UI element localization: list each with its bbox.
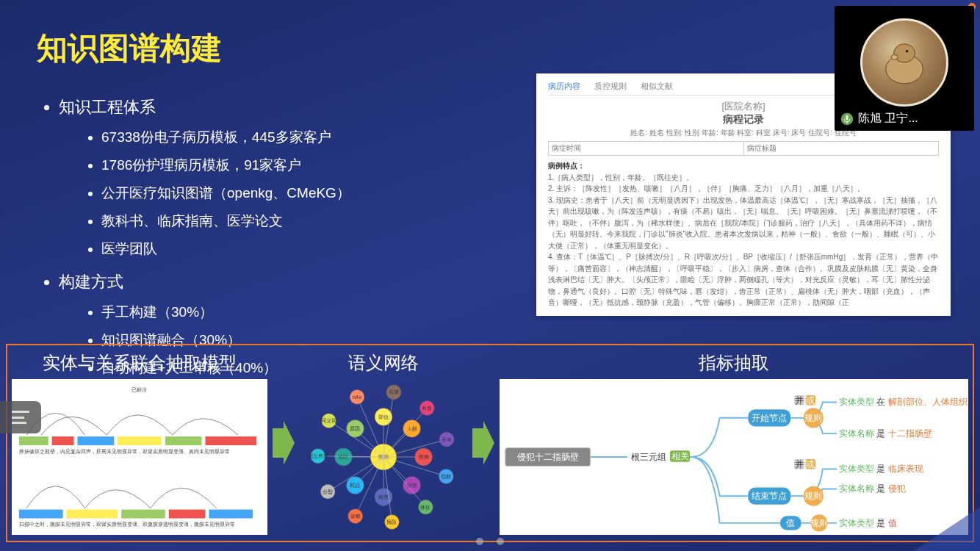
svg-text:相互作用: 相互作用 [308, 453, 328, 458]
panel-semantic-network: 语义网络 疾病疾病症状检查药品治疗原因部位人群传播并发手术指标体征预防诊断分型相… [295, 345, 472, 541]
menu-icon [12, 411, 29, 424]
svg-rect-8 [67, 510, 118, 519]
svg-text:手术: 手术 [442, 437, 452, 442]
nav-dot[interactable] [476, 538, 483, 545]
arrow-icon [472, 345, 495, 541]
svg-text:侵犯十二指肠壁: 侵犯十二指肠壁 [517, 452, 579, 461]
svg-marker-74 [472, 421, 494, 465]
bullet-outline: 知识工程体系 67338份电子病历模板，445多家客户 1786份护理病历模板，… [37, 92, 492, 386]
svg-text:开始节点: 开始节点 [752, 413, 787, 422]
svg-text:同义词: 同义词 [321, 418, 336, 424]
pipeline-box: 实体与关系联合抽取模型 肿块破坏之前壁，内见复杂回声，肝周未见明显异常，双肾实质… [6, 344, 974, 542]
speaker-caption: 陈旭 卫宁... [835, 107, 974, 131]
svg-text:部位: 部位 [378, 414, 389, 419]
svg-text:诊断: 诊断 [350, 514, 361, 519]
svg-rect-1 [52, 436, 74, 445]
duck-icon [871, 29, 937, 96]
svg-text:药品: 药品 [350, 483, 360, 488]
panel-indicator-extraction: 指标抽取 侵犯十二指肠壁 根三元组 [495, 345, 973, 541]
svg-text:或: 或 [806, 395, 815, 405]
doc-body: 病例特点： 1.［病人类型］，性别，年龄。［既往史］。 2. 主诉：［阵发性］［… [548, 160, 939, 309]
svg-text:并: 并 [795, 395, 804, 405]
svg-text:治疗: 治疗 [338, 455, 348, 460]
svg-rect-0 [19, 436, 48, 445]
bullet-l2: 公开医疗知识图谱（openkg、CMeKG） [101, 180, 492, 206]
svg-text:结束节点: 结束节点 [752, 491, 787, 500]
bullet-l2: 1786份护理病历模板，91家客户 [101, 152, 492, 179]
avatar [860, 18, 948, 107]
svg-rect-109 [846, 115, 849, 120]
doc-tab: 质控规则 [594, 82, 627, 90]
svg-text:实体类型 是 临床表现: 实体类型 是 临床表现 [839, 464, 923, 473]
svg-text:检查: 检查 [378, 494, 389, 500]
bullet-l1: 知识工程体系 67338份电子病历模板，445多家客户 1786份护理病历模板，… [59, 92, 492, 262]
svg-rect-10 [169, 510, 206, 519]
svg-text:规则: 规则 [804, 491, 822, 500]
svg-point-106 [894, 43, 915, 62]
doc-table: 病症时间病症标题 [548, 141, 939, 156]
bullet-l2: 67338份电子病历模板，445多家客户 [101, 124, 492, 151]
svg-text:并: 并 [795, 459, 804, 469]
svg-text:疾病: 疾病 [419, 455, 429, 460]
svg-text:根三元组: 根三元组 [631, 452, 666, 461]
svg-text:指标: 指标 [440, 474, 451, 479]
corner-accent [914, 507, 980, 551]
svg-rect-4 [165, 436, 202, 445]
svg-rect-11 [209, 510, 253, 519]
svg-text:相关: 相关 [671, 451, 689, 461]
svg-point-107 [906, 49, 909, 52]
doc-paragraph: 2. 主诉：［阵发性］［发热、咳嗽］［八月］，［伴］［胸痛、乏力］［八月］，加重… [548, 183, 939, 195]
doc-tab: 相似文献 [641, 82, 673, 90]
panel-title: 指标抽取 [699, 351, 769, 375]
svg-text:预防: 预防 [386, 519, 397, 525]
doc-section-title: 病例特点： [548, 160, 939, 172]
svg-text:实体类型 是 值: 实体类型 是 值 [839, 518, 896, 527]
panel-entity-extraction: 实体与关系联合抽取模型 肿块破坏之前壁，内见复杂回声，肝周未见明显异常，双肾实质… [7, 345, 272, 541]
speaker-video: 陈旭 卫宁... [835, 6, 974, 131]
nav-dots[interactable] [476, 538, 504, 545]
svg-text:肿块破坏之前壁，内见复杂回声，肝周未见明显异常，双肾实质明显: 肿块破坏之前壁，内见复杂回声，肝周未见明显异常，双肾实质明显变薄、其间未见明显异… [19, 449, 230, 455]
nav-dot[interactable] [497, 538, 504, 545]
svg-text:症状: 症状 [407, 483, 417, 488]
svg-rect-7 [19, 510, 63, 519]
svg-text:体征: 体征 [420, 505, 430, 510]
panel-image: 疾病疾病症状检查药品治疗原因部位人群传播并发手术指标体征预防诊断分型相互作用同义… [300, 379, 467, 535]
bullet-l2: 医学团队 [101, 236, 492, 262]
svg-text:已标注: 已标注 [132, 387, 148, 392]
panel-title: 实体与关系联合抽取模型 [43, 351, 237, 375]
panel-image: 肿块破坏之前壁，内见复杂回声，肝周未见明显异常，双肾实质明显变薄、其间未见明显异… [12, 379, 267, 535]
doc-paragraph: 4. 查体：T［体温℃］、P［脉搏次/分］、R［呼吸次/分］、BP［收缩压］/［… [548, 251, 939, 309]
bullet-l2: 手工构建（30%） [101, 299, 492, 325]
arrow-icon [272, 345, 295, 541]
svg-text:规则: 规则 [810, 518, 828, 527]
svg-text:规则: 规则 [804, 413, 822, 422]
outline-menu-button[interactable] [0, 401, 41, 433]
svg-text:实体名称 是 侵犯: 实体名称 是 侵犯 [839, 483, 905, 493]
svg-text:原因: 原因 [350, 426, 360, 431]
semantic-network-svg: 疾病疾病症状检查药品治疗原因部位人群传播并发手术指标体征预防诊断分型相互作用同义… [300, 379, 467, 535]
bullet-l2: 教科书、临床指南、医学论文 [101, 208, 492, 234]
svg-rect-9 [121, 510, 165, 519]
svg-marker-14 [273, 421, 295, 465]
svg-text:实体类型 在 解剖部位、人体组织 之中: 实体类型 在 解剖部位、人体组织 之中 [839, 397, 968, 406]
svg-rect-3 [118, 436, 162, 445]
speaker-name: 陈旭 卫宁... [858, 111, 918, 126]
panel-title: 语义网络 [348, 351, 419, 375]
svg-rect-2 [77, 436, 114, 445]
svg-text:扫描中之时，腹膜未见明显异常，双肾实质明显变薄、双腹膜穿透明: 扫描中之时，腹膜未见明显异常，双肾实质明显变薄、双腹膜穿透明显变薄，腹膜未见明显… [18, 522, 235, 527]
doc-paragraph: 1.［病人类型］，性别，年龄。［既往史］。 [548, 172, 939, 184]
svg-text:值: 值 [786, 518, 795, 527]
panel-image: 侵犯十二指肠壁 根三元组 相关 开始节点 规则 并 或 结束节点 规则 [500, 379, 968, 535]
svg-text:分型: 分型 [323, 489, 333, 494]
svg-text:或: 或 [806, 459, 815, 469]
svg-rect-5 [205, 436, 256, 445]
svg-text:nAo: nAo [353, 395, 361, 400]
slide-title: 知识图谱构建 [37, 28, 222, 69]
svg-text:并发: 并发 [422, 406, 432, 411]
doc-tab: 病历内容 [548, 82, 580, 90]
svg-text:实体名称 是 十二指肠壁: 实体名称 是 十二指肠壁 [839, 428, 932, 438]
doc-paragraph: 3. 现病史：患者于［八天］前（无明显诱因下）出现发热，体温最高达［体温℃］，［… [548, 195, 939, 252]
svg-text:传播: 传播 [389, 389, 399, 395]
mic-icon [840, 112, 854, 126]
